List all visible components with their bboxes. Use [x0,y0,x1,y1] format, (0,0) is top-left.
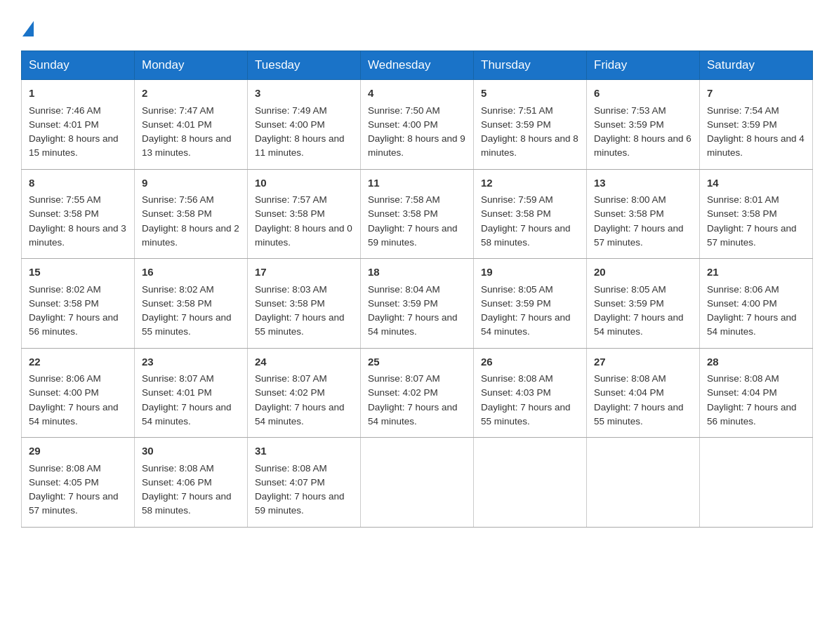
sunset-line: Sunset: 3:58 PM [255,207,353,221]
sunset-line: Sunset: 3:59 PM [481,118,579,132]
sunrise-line: Sunrise: 7:59 AM [481,193,579,207]
daylight-line: Daylight: 7 hours and 55 minutes. [594,401,692,429]
day-number: 15 [29,264,127,281]
sunset-line: Sunset: 3:59 PM [594,118,692,132]
daylight-line: Daylight: 8 hours and 6 minutes. [594,132,692,161]
daylight-line: Daylight: 7 hours and 56 minutes. [29,311,127,340]
calendar-cell-week2-day1: 9Sunrise: 7:56 AMSunset: 3:58 PMDaylight… [135,169,248,259]
day-number: 17 [255,264,353,281]
sunrise-line: Sunrise: 8:07 AM [368,372,466,386]
day-number: 21 [707,264,805,281]
sunrise-line: Sunrise: 7:50 AM [368,104,466,118]
sunrise-line: Sunrise: 8:01 AM [707,193,805,207]
calendar-cell-week4-day4: 26Sunrise: 8:08 AMSunset: 4:03 PMDayligh… [474,348,587,438]
daylight-line: Daylight: 7 hours and 57 minutes. [29,490,127,518]
sunrise-line: Sunrise: 7:56 AM [142,193,240,207]
day-number: 18 [368,264,466,281]
calendar-cell-week5-day0: 29Sunrise: 8:08 AMSunset: 4:05 PMDayligh… [22,438,135,528]
daylight-line: Daylight: 7 hours and 54 minutes. [594,311,692,340]
sunset-line: Sunset: 4:03 PM [481,386,579,400]
sunset-line: Sunset: 4:04 PM [707,386,805,400]
sunset-line: Sunset: 4:02 PM [255,386,353,400]
daylight-line: Daylight: 8 hours and 13 minutes. [142,132,240,161]
sunset-line: Sunset: 3:59 PM [481,297,579,311]
calendar-cell-week4-day5: 27Sunrise: 8:08 AMSunset: 4:04 PMDayligh… [587,348,700,438]
sunrise-line: Sunrise: 8:05 AM [594,283,692,297]
sunrise-line: Sunrise: 7:55 AM [29,193,127,207]
sunrise-line: Sunrise: 7:49 AM [255,104,353,118]
calendar-cell-week4-day1: 23Sunrise: 8:07 AMSunset: 4:01 PMDayligh… [135,348,248,438]
calendar-cell-week3-day2: 17Sunrise: 8:03 AMSunset: 3:58 PMDayligh… [248,259,361,349]
day-number: 27 [594,354,692,370]
sunset-line: Sunset: 4:00 PM [29,386,127,400]
day-number: 12 [481,175,579,192]
sunset-line: Sunset: 3:59 PM [594,297,692,311]
sunset-line: Sunset: 4:00 PM [368,118,466,132]
sunrise-line: Sunrise: 8:06 AM [29,372,127,386]
sunset-line: Sunset: 3:58 PM [142,207,240,221]
calendar-cell-week5-day6 [700,438,813,528]
sunrise-line: Sunrise: 8:07 AM [142,372,240,386]
daylight-line: Daylight: 8 hours and 0 minutes. [255,222,353,250]
day-number: 31 [255,443,353,459]
calendar-cell-week1-day6: 7Sunrise: 7:54 AMSunset: 3:59 PMDaylight… [700,80,813,170]
day-number: 3 [255,86,353,102]
daylight-line: Daylight: 7 hours and 54 minutes. [368,401,466,429]
week-row-2: 8Sunrise: 7:55 AMSunset: 3:58 PMDaylight… [22,169,813,259]
week-row-1: 1Sunrise: 7:46 AMSunset: 4:01 PMDaylight… [22,80,813,170]
calendar-cell-week3-day3: 18Sunrise: 8:04 AMSunset: 3:59 PMDayligh… [361,259,474,349]
calendar-cell-week2-day2: 10Sunrise: 7:57 AMSunset: 3:58 PMDayligh… [248,169,361,259]
day-number: 22 [29,354,127,370]
day-number: 28 [707,354,805,370]
daylight-line: Daylight: 7 hours and 54 minutes. [481,311,579,340]
daylight-line: Daylight: 8 hours and 15 minutes. [29,132,127,161]
calendar-cell-week2-day4: 12Sunrise: 7:59 AMSunset: 3:58 PMDayligh… [474,169,587,259]
page-header [21,21,813,36]
calendar-cell-week4-day3: 25Sunrise: 8:07 AMSunset: 4:02 PMDayligh… [361,348,474,438]
calendar-cell-week5-day4 [474,438,587,528]
day-number: 20 [594,264,692,281]
day-number: 30 [142,443,240,459]
calendar-table: SundayMondayTuesdayWednesdayThursdayFrid… [21,51,813,528]
day-number: 26 [481,354,579,370]
day-number: 19 [481,264,579,281]
header-monday: Monday [135,51,248,80]
day-number: 29 [29,443,127,459]
sunrise-line: Sunrise: 8:07 AM [255,372,353,386]
day-number: 8 [29,175,127,192]
day-number: 5 [481,86,579,102]
daylight-line: Daylight: 7 hours and 59 minutes. [368,222,466,250]
sunrise-line: Sunrise: 8:08 AM [707,372,805,386]
daylight-line: Daylight: 8 hours and 2 minutes. [142,222,240,250]
daylight-line: Daylight: 7 hours and 54 minutes. [368,311,466,340]
sunrise-line: Sunrise: 8:08 AM [594,372,692,386]
calendar-cell-week4-day6: 28Sunrise: 8:08 AMSunset: 4:04 PMDayligh… [700,348,813,438]
sunset-line: Sunset: 3:59 PM [707,118,805,132]
logo-triangle-icon [22,21,34,36]
calendar-cell-week3-day1: 16Sunrise: 8:02 AMSunset: 3:58 PMDayligh… [135,259,248,349]
daylight-line: Daylight: 8 hours and 8 minutes. [481,132,579,161]
sunrise-line: Sunrise: 7:47 AM [142,104,240,118]
calendar-cell-week3-day0: 15Sunrise: 8:02 AMSunset: 3:58 PMDayligh… [22,259,135,349]
sunrise-line: Sunrise: 8:02 AM [142,283,240,297]
sunset-line: Sunset: 3:58 PM [481,207,579,221]
sunset-line: Sunset: 3:58 PM [29,297,127,311]
daylight-line: Daylight: 7 hours and 57 minutes. [594,222,692,250]
day-number: 4 [368,86,466,102]
calendar-cell-week2-day6: 14Sunrise: 8:01 AMSunset: 3:58 PMDayligh… [700,169,813,259]
logo [21,21,35,36]
daylight-line: Daylight: 7 hours and 57 minutes. [707,222,805,250]
header-wednesday: Wednesday [361,51,474,80]
calendar-cell-week5-day3 [361,438,474,528]
week-row-5: 29Sunrise: 8:08 AMSunset: 4:05 PMDayligh… [22,438,813,528]
sunrise-line: Sunrise: 8:08 AM [142,462,240,476]
calendar-cell-week4-day0: 22Sunrise: 8:06 AMSunset: 4:00 PMDayligh… [22,348,135,438]
day-number: 6 [594,86,692,102]
calendar-cell-week1-day5: 6Sunrise: 7:53 AMSunset: 3:59 PMDaylight… [587,80,700,170]
week-row-3: 15Sunrise: 8:02 AMSunset: 3:58 PMDayligh… [22,259,813,349]
calendar-cell-week3-day4: 19Sunrise: 8:05 AMSunset: 3:59 PMDayligh… [474,259,587,349]
sunset-line: Sunset: 4:04 PM [594,386,692,400]
day-number: 23 [142,354,240,370]
week-row-4: 22Sunrise: 8:06 AMSunset: 4:00 PMDayligh… [22,348,813,438]
sunset-line: Sunset: 3:58 PM [594,207,692,221]
